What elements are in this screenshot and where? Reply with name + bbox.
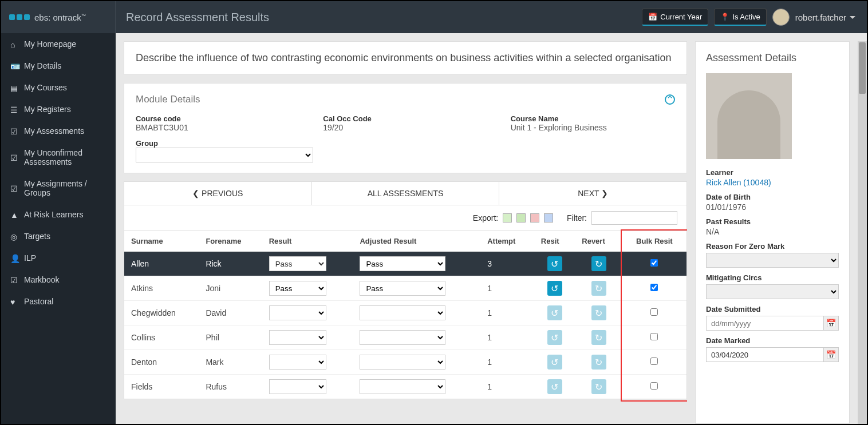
past-value: N/A (706, 227, 839, 236)
resit-button[interactable]: ↺ (547, 305, 562, 320)
adjusted-select[interactable] (360, 379, 445, 394)
revert-button[interactable]: ↻ (591, 256, 606, 271)
bulk-resit-checkbox[interactable] (650, 382, 658, 390)
home-icon: ⌂ (10, 40, 18, 48)
collapse-icon[interactable]: ⌃ (665, 94, 675, 105)
bulk-resit-checkbox[interactable] (650, 284, 658, 291)
export-label: Export: (473, 213, 498, 223)
filter-input[interactable] (591, 211, 677, 225)
date-submitted-input[interactable] (706, 316, 824, 331)
sidebar-item-details[interactable]: 🪪My Details (1, 55, 116, 77)
table-row[interactable]: Collins Phil 1 ↺ ↻ (124, 325, 686, 350)
col-forename[interactable]: Forename (199, 231, 262, 252)
export-xls-icon[interactable] (503, 213, 512, 223)
cell-forename: Joni (199, 276, 262, 301)
user-menu[interactable]: robert.fatcher (795, 13, 855, 22)
col-revert[interactable]: Revert (575, 231, 622, 252)
adjusted-select[interactable]: Pass (360, 256, 445, 271)
course-code-label: Course code (136, 114, 300, 123)
adjusted-select[interactable] (360, 355, 445, 370)
cell-attempt: 1 (480, 325, 534, 350)
col-resit[interactable]: Resit (534, 231, 575, 252)
col-attempt[interactable]: Attempt (480, 231, 534, 252)
cal-occ-value: 19/20 (323, 123, 487, 132)
col-surname[interactable]: Surname (124, 231, 199, 252)
sidebar-item-courses[interactable]: ▤My Courses (1, 77, 116, 98)
group-label: Group (136, 139, 675, 148)
cell-surname: Allen (124, 252, 199, 276)
sidebar-item-registers[interactable]: ☰My Registers (1, 98, 116, 120)
marked-label: Date Marked (706, 336, 839, 345)
avatar[interactable] (772, 9, 790, 26)
scrollbar[interactable] (858, 41, 867, 424)
warning-icon: ▲ (10, 210, 18, 219)
adjusted-select[interactable] (360, 305, 445, 320)
resit-button[interactable]: ↺ (547, 256, 562, 271)
sidebar-item-markbook[interactable]: ☑Markbook (1, 269, 116, 291)
description-panel: Describe the influence of two contrastin… (124, 41, 687, 75)
module-panel-title: Module Details (136, 94, 200, 105)
table-row[interactable]: Chegwidden David 1 ↺ ↻ (124, 301, 686, 325)
calendar-icon[interactable]: 📅 (824, 347, 839, 362)
heart-icon: ♥ (10, 297, 18, 305)
mitigating-select[interactable] (706, 284, 839, 299)
sidebar-item-unconfirmed[interactable]: ☑My Unconfirmed Assessments (1, 142, 116, 173)
sidebar-item-assignments[interactable]: ☑My Assignments / Groups (1, 173, 116, 204)
result-select[interactable] (269, 305, 326, 320)
all-assessments-button[interactable]: ALL ASSESSMENTS (312, 182, 500, 205)
revert-button[interactable]: ↻ (591, 305, 606, 320)
resit-button[interactable]: ↺ (547, 281, 562, 296)
table-row[interactable]: Fields Rufus 1 ↺ ↻ (124, 375, 686, 399)
current-year-button[interactable]: 📅 Current Year (642, 9, 708, 26)
reason-select[interactable] (706, 253, 839, 268)
result-select[interactable]: Pass (269, 256, 326, 271)
adjusted-select[interactable] (360, 330, 445, 345)
group-select[interactable] (136, 148, 313, 162)
table-row[interactable]: Denton Mark 1 ↺ ↻ (124, 350, 686, 375)
bulk-resit-checkbox[interactable] (650, 308, 658, 316)
bulk-resit-checkbox[interactable] (650, 259, 658, 267)
sidebar-item-targets[interactable]: ◎Targets (1, 225, 116, 247)
table-row[interactable]: Allen Rick Pass Pass 3 ↺ ↻ (124, 252, 686, 276)
undo-icon: ↺ (551, 283, 558, 294)
resit-button[interactable]: ↺ (547, 355, 562, 370)
resit-button[interactable]: ↺ (547, 330, 562, 345)
col-bulk-resit[interactable]: Bulk Resit (622, 231, 686, 252)
next-button[interactable]: NEXT ❯ (499, 182, 686, 205)
result-select[interactable] (269, 330, 326, 345)
result-select[interactable] (269, 379, 326, 394)
bulk-resit-checkbox[interactable] (650, 333, 658, 340)
learner-link[interactable]: Rick Allen (10048) (706, 178, 839, 187)
revert-button[interactable]: ↻ (591, 281, 606, 296)
undo-icon: ↺ (551, 382, 558, 392)
sidebar-item-atrisk[interactable]: ▲At Risk Learners (1, 204, 116, 225)
calendar-icon[interactable]: 📅 (824, 316, 839, 331)
revert-button[interactable]: ↻ (591, 355, 606, 370)
col-result[interactable]: Result (262, 231, 353, 252)
result-select[interactable]: Pass (269, 281, 326, 296)
sidebar-item-assessments[interactable]: ☑My Assessments (1, 120, 116, 142)
export-csv-icon[interactable] (516, 213, 526, 223)
resit-button[interactable]: ↺ (547, 379, 562, 394)
revert-button[interactable]: ↻ (591, 330, 606, 345)
results-table: Surname Forename Result Adjusted Result … (124, 231, 686, 399)
person-icon: 👤 (10, 254, 18, 262)
export-doc-icon[interactable] (544, 213, 553, 223)
adjusted-select[interactable]: Pass (360, 281, 445, 296)
revert-icon: ↻ (595, 332, 602, 343)
is-active-button[interactable]: 📍 Is Active (714, 9, 766, 26)
revert-button[interactable]: ↻ (591, 379, 606, 394)
result-select[interactable] (269, 355, 326, 370)
bulk-resit-checkbox[interactable] (650, 358, 658, 365)
sidebar-item-ilp[interactable]: 👤ILP (1, 247, 116, 269)
cell-forename: Mark (199, 350, 262, 375)
cell-forename: David (199, 301, 262, 325)
export-pdf-icon[interactable] (530, 213, 539, 223)
table-row[interactable]: Atkins Joni Pass Pass 1 ↺ ↻ (124, 276, 686, 301)
sidebar-item-pastoral[interactable]: ♥Pastoral (1, 291, 116, 312)
previous-button[interactable]: ❮ PREVIOUS (124, 182, 312, 205)
list-icon: ☰ (10, 105, 18, 113)
date-marked-input[interactable] (706, 347, 824, 362)
col-adjusted[interactable]: Adjusted Result (353, 231, 480, 252)
sidebar-item-homepage[interactable]: ⌂My Homepage (1, 33, 116, 55)
